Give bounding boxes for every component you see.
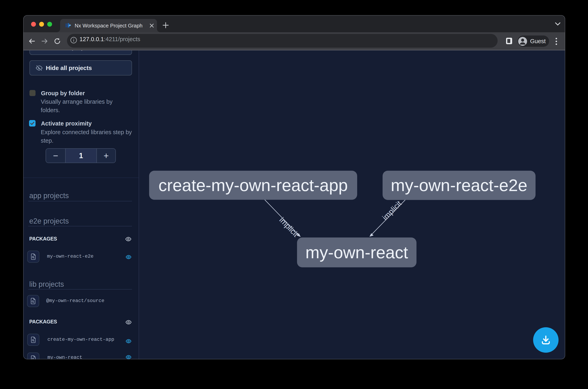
svg-text:implicit: implicit: [278, 216, 300, 238]
svg-text:implicit: implicit: [381, 199, 403, 222]
